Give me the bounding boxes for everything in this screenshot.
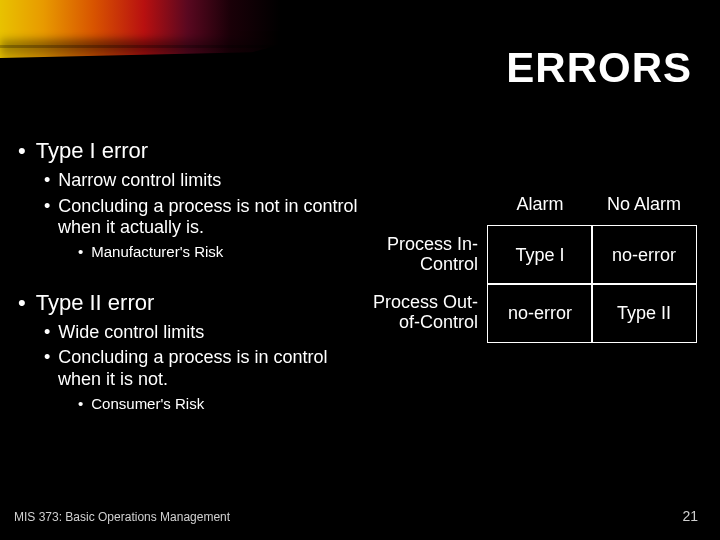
type2-sub2: Concluding a process is in control when … [44, 347, 358, 390]
type1-sub2: Concluding a process is not in control w… [44, 196, 358, 239]
decorative-banner-shadow [0, 40, 360, 66]
type2-heading: Type II error [18, 290, 358, 316]
type2-sub1: Wide control limits [44, 322, 358, 344]
footer-page-number: 21 [682, 508, 698, 524]
type2-sub3: Consumer's Risk [78, 395, 358, 412]
bullet-content: Type I error Narrow control limits Concl… [18, 138, 358, 424]
type1-sub1: Narrow control limits [44, 170, 358, 192]
matrix-col1-header: Alarm [488, 182, 592, 226]
footer-course: MIS 373: Basic Operations Management [14, 510, 230, 524]
matrix-row2-header: Process Out-of-Control [358, 284, 488, 342]
matrix-cell-r2c1: no-error [487, 283, 593, 343]
type1-heading: Type I error [18, 138, 358, 164]
matrix-row1-header: Process In-Control [358, 226, 488, 284]
error-matrix: Alarm No Alarm Process In-Control Type I… [358, 182, 696, 342]
slide-title: ERRORS [506, 44, 692, 92]
matrix-cell-r1c1: Type I [487, 225, 593, 285]
type1-sub3: Manufacturer's Risk [78, 243, 358, 260]
matrix-cell-r2c2: Type II [591, 283, 697, 343]
matrix-cell-r1c2: no-error [591, 225, 697, 285]
matrix-col2-header: No Alarm [592, 182, 696, 226]
